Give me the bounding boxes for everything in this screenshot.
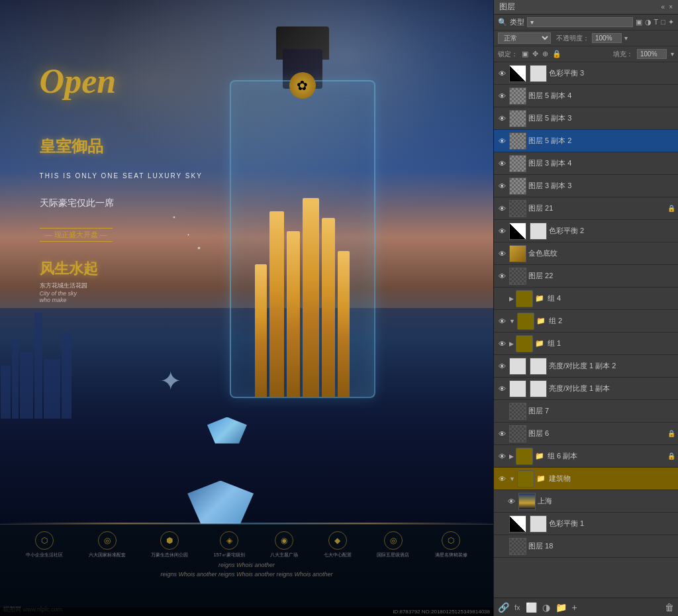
icon-label: 满星名牌精装修	[435, 552, 467, 558]
delete-layer-btn[interactable]: 🗑	[665, 602, 674, 613]
layer-visibility-toggle[interactable]	[497, 293, 507, 304]
blend-mode-select[interactable]: 正常	[498, 32, 551, 44]
fill-arrow[interactable]: ▾	[671, 50, 674, 58]
layer-item[interactable]: 👁 上海	[494, 490, 678, 513]
feature-icon-item: ◎ 六大国家标准配套	[89, 531, 126, 558]
layer-item[interactable]: 👁 ▶ 📁 组 6 副本 🔒	[494, 445, 678, 468]
layer-name: 图层 3 副本 4	[528, 158, 675, 168]
layer-item[interactable]: 图层 7	[494, 400, 678, 423]
layer-item[interactable]: 👁 图层 5 副本 2	[494, 130, 678, 152]
layer-item[interactable]: 👁 图层 5 副本 4	[494, 85, 678, 107]
layer-item[interactable]: 👁 ▶ 📁 组 1	[494, 333, 678, 355]
fx-btn[interactable]: fx	[514, 603, 520, 611]
layer-thumbnail	[509, 132, 526, 150]
group-expand-icon[interactable]: ▶	[509, 295, 514, 302]
filter-dropdown[interactable]: ▾	[527, 17, 633, 27]
layer-item[interactable]: 色彩平衡 1	[494, 513, 678, 535]
layer-name: 图层 5 副本 3	[528, 113, 675, 123]
close-btn[interactable]: ×	[669, 3, 673, 11]
fill-input[interactable]	[637, 49, 667, 59]
layer-name: 图层 6	[528, 429, 665, 438]
layer-visibility-toggle[interactable]: 👁	[497, 136, 507, 146]
layer-item[interactable]: 👁 ▼ 📁 建筑物	[494, 468, 678, 490]
layer-visibility-toggle[interactable]: 👁	[506, 496, 516, 507]
layer-visibility-toggle[interactable]: 👁	[497, 316, 507, 327]
layer-thumbnail	[518, 493, 536, 510]
opacity-arrow[interactable]: ▾	[624, 34, 628, 42]
add-group-btn[interactable]: 📁	[556, 602, 567, 613]
group-expand-icon[interactable]: ▼	[509, 318, 515, 325]
layer-visibility-toggle[interactable]: 👁	[497, 384, 507, 394]
lock-move-icon[interactable]: ✥	[532, 50, 538, 58]
group-expand-icon[interactable]: ▶	[509, 453, 514, 460]
layer-visibility-toggle[interactable]: 👁	[497, 361, 507, 372]
layer-name: 组 1	[548, 338, 675, 348]
layer-item[interactable]: ▶ 📁 组 4	[494, 287, 678, 310]
add-layer-btn[interactable]: +	[572, 602, 577, 613]
collapse-btn[interactable]: «	[661, 3, 665, 11]
layer-visibility-toggle[interactable]	[497, 541, 507, 552]
layer-name: 上海	[538, 496, 675, 506]
layer-visibility-toggle[interactable]	[497, 406, 507, 417]
layer-visibility-toggle[interactable]: 👁	[497, 181, 507, 191]
layer-thumbnail	[517, 313, 534, 330]
layer-thumbnail	[516, 448, 533, 465]
layer-lock-icon: 🔒	[667, 452, 675, 460]
filter-smart-btn[interactable]: ✦	[668, 18, 674, 26]
layer-thumbnail	[516, 290, 533, 307]
filter-shape-btn[interactable]: □	[661, 18, 665, 26]
add-adjustment-btn[interactable]: ◑	[542, 602, 550, 613]
layer-visibility-toggle[interactable]: 👁	[497, 113, 507, 124]
layer-item[interactable]: 👁 图层 3 副本 3	[494, 175, 678, 197]
layer-visibility-toggle[interactable]: 👁	[497, 203, 507, 214]
layer-item[interactable]: 👁 图层 6 🔒	[494, 423, 678, 445]
add-mask-btn[interactable]: ⬜	[526, 602, 537, 613]
lock-position-icon[interactable]: ⊕	[542, 50, 548, 58]
layer-visibility-toggle[interactable]: 👁	[497, 338, 507, 349]
left-sub3: who make	[40, 297, 98, 303]
lock-all-icon[interactable]: 🔒	[552, 50, 561, 58]
filter-type-btn[interactable]: T	[654, 18, 659, 26]
layer-visibility-toggle[interactable]: 👁	[497, 248, 507, 259]
layer-item[interactable]: 👁 图层 21 🔒	[494, 197, 678, 220]
main-title: Open	[40, 62, 117, 101]
layer-name: 建筑物	[549, 474, 675, 484]
layer-name: 亮度/对比度 1 副本 2	[549, 361, 675, 371]
layer-thumbnail	[509, 65, 526, 82]
layer-item[interactable]: 👁 ▼ 📁 组 2	[494, 310, 678, 333]
panel-title: 图层	[499, 1, 515, 13]
layer-visibility-toggle[interactable]: 👁	[497, 68, 507, 79]
link-layers-btn[interactable]: 🔗	[498, 602, 509, 613]
folder-icon: 📁	[535, 294, 544, 303]
layer-visibility-toggle[interactable]: 👁	[497, 91, 507, 101]
layer-item[interactable]: 👁 图层 5 副本 3	[494, 107, 678, 130]
lock-pixel-icon[interactable]: ▣	[522, 50, 528, 58]
filter-adjust-btn[interactable]: ◑	[645, 18, 652, 26]
layer-item[interactable]: 👁 金色底纹	[494, 242, 678, 265]
layer-item[interactable]: 👁 图层 3 副本 4	[494, 152, 678, 175]
layer-lock-icon: 🔒	[667, 205, 675, 212]
opacity-input[interactable]	[592, 33, 622, 43]
layer-thumbnail	[509, 380, 526, 397]
group-expand-icon[interactable]: ▶	[509, 340, 514, 347]
layer-visibility-toggle[interactable]: 👁	[497, 451, 507, 462]
fill-label: 填充：	[613, 50, 633, 59]
layer-visibility-toggle[interactable]	[497, 519, 507, 529]
layer-visibility-toggle[interactable]: 👁	[497, 429, 507, 439]
layer-item[interactable]: 👁 图层 22	[494, 265, 678, 287]
skyline-building	[12, 339, 19, 419]
layer-visibility-toggle[interactable]: 👁	[497, 474, 507, 484]
group-expand-icon[interactable]: ▼	[509, 476, 515, 482]
layer-item[interactable]: 👁 亮度/对比度 1 副本	[494, 378, 678, 400]
filter-pixel-btn[interactable]: ▣	[636, 18, 642, 26]
layer-visibility-toggle[interactable]: 👁	[497, 226, 507, 236]
layer-visibility-toggle[interactable]: 👁	[497, 158, 507, 169]
layer-visibility-toggle[interactable]: 👁	[497, 271, 507, 282]
layer-thumbnail	[509, 200, 526, 217]
layer-item[interactable]: 👁 色彩平衡 2	[494, 220, 678, 242]
layer-item[interactable]: 👁 色彩平衡 3	[494, 62, 678, 85]
layer-name: 亮度/对比度 1 副本	[549, 384, 675, 393]
layer-item[interactable]: 图层 18	[494, 535, 678, 558]
layer-thumbnail	[509, 425, 526, 442]
layer-item[interactable]: 👁 亮度/对比度 1 副本 2	[494, 355, 678, 378]
